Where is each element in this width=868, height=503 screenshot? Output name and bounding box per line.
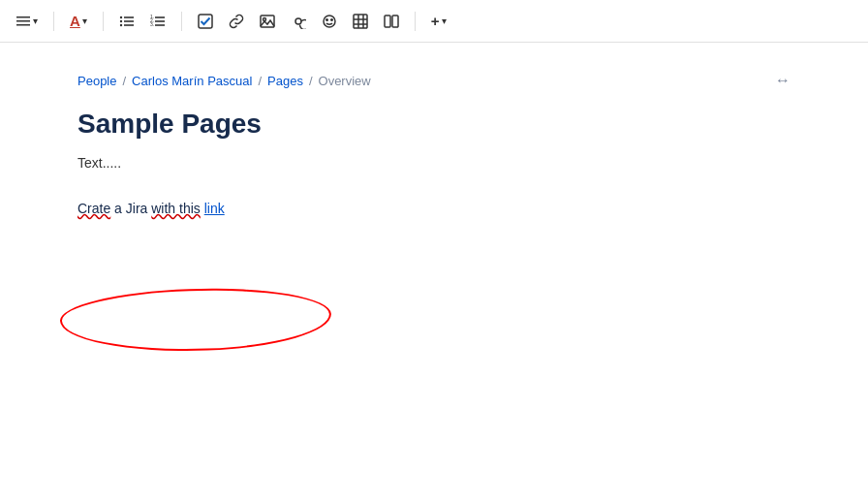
svg-rect-4 — [124, 16, 134, 18]
breadcrumb-left: People / Carlos Marín Pascual / Pages / … — [78, 74, 371, 88]
mention-icon — [291, 14, 306, 29]
hamburger-menu-button[interactable]: ▾ — [10, 10, 44, 33]
columns-icon — [384, 14, 399, 29]
separator-3 — [181, 12, 182, 31]
plus-icon: + — [431, 13, 440, 29]
font-color-icon: A — [70, 13, 80, 29]
svg-rect-16 — [261, 16, 274, 27]
svg-rect-14 — [155, 24, 165, 26]
content-area: People / Carlos Marín Pascual / Pages / … — [0, 43, 868, 236]
svg-point-7 — [120, 23, 122, 25]
breadcrumb-pages[interactable]: Pages — [267, 74, 303, 88]
svg-point-19 — [324, 16, 335, 27]
breadcrumb-people[interactable]: People — [78, 74, 116, 88]
breadcrumb: People / Carlos Marín Pascual / Pages / … — [78, 72, 790, 89]
breadcrumb-person[interactable]: Carlos Marín Pascual — [132, 74, 252, 88]
toolbar-group-insert — [192, 10, 405, 33]
svg-text:3.: 3. — [150, 21, 154, 27]
link-line: Crate a Jira with this link — [78, 201, 225, 216]
page-body-text: Text..... — [78, 155, 790, 171]
svg-point-3 — [120, 16, 122, 17]
hamburger-icon — [16, 14, 31, 29]
breadcrumb-separator-1: / — [122, 74, 126, 88]
with-this-text: with this — [151, 201, 201, 216]
columns-button[interactable] — [378, 10, 405, 33]
link-anchor[interactable]: link — [204, 201, 225, 216]
breadcrumb-separator-3: / — [309, 74, 313, 88]
table-button[interactable] — [347, 10, 374, 33]
svg-point-21 — [331, 18, 333, 20]
ordered-list-icon: 1. 2. 3. — [150, 14, 166, 29]
svg-rect-22 — [354, 15, 367, 28]
crate-text: Crate — [78, 201, 110, 216]
font-color-button[interactable]: A ▾ — [64, 9, 93, 33]
separator-1 — [53, 12, 54, 31]
toolbar: ▾ A ▾ 1. 2. 3. — [0, 0, 868, 43]
breadcrumb-current: Overview — [319, 74, 371, 88]
svg-rect-2 — [16, 24, 30, 26]
image-button[interactable] — [254, 10, 281, 33]
separator-2 — [103, 12, 104, 31]
breadcrumb-arrows[interactable]: ↔ — [775, 72, 790, 89]
breadcrumb-separator-2: / — [258, 74, 262, 88]
unordered-list-button[interactable] — [113, 10, 140, 33]
annotation-circle — [59, 284, 332, 356]
svg-rect-28 — [392, 16, 398, 27]
toolbar-group-font: A ▾ — [64, 9, 93, 33]
svg-point-5 — [120, 19, 122, 21]
checkbox-button[interactable] — [192, 10, 219, 33]
link-section: Crate a Jira with this link — [78, 200, 790, 217]
link-icon — [229, 14, 244, 29]
svg-rect-27 — [385, 16, 390, 27]
table-icon — [353, 14, 368, 29]
toolbar-group-menu: ▾ — [10, 10, 44, 33]
mention-button[interactable] — [285, 10, 312, 33]
svg-point-18 — [295, 18, 301, 24]
svg-rect-8 — [124, 24, 134, 26]
svg-rect-6 — [124, 20, 134, 22]
image-icon — [260, 14, 275, 29]
svg-rect-1 — [16, 20, 30, 22]
emoji-icon — [322, 14, 337, 29]
page-title: Sample Pages — [78, 109, 790, 140]
toolbar-group-more: + ▾ — [425, 9, 452, 33]
svg-rect-0 — [16, 16, 30, 18]
ordered-list-button[interactable]: 1. 2. 3. — [144, 10, 171, 33]
toolbar-group-lists: 1. 2. 3. — [113, 10, 171, 33]
checkbox-icon — [198, 14, 213, 29]
separator-4 — [415, 12, 416, 31]
svg-rect-12 — [155, 20, 165, 22]
svg-rect-10 — [155, 16, 165, 18]
unordered-list-icon — [119, 14, 135, 29]
emoji-button[interactable] — [316, 10, 343, 33]
link-button[interactable] — [223, 10, 250, 33]
more-options-button[interactable]: + ▾ — [425, 9, 452, 33]
svg-point-20 — [326, 18, 328, 20]
